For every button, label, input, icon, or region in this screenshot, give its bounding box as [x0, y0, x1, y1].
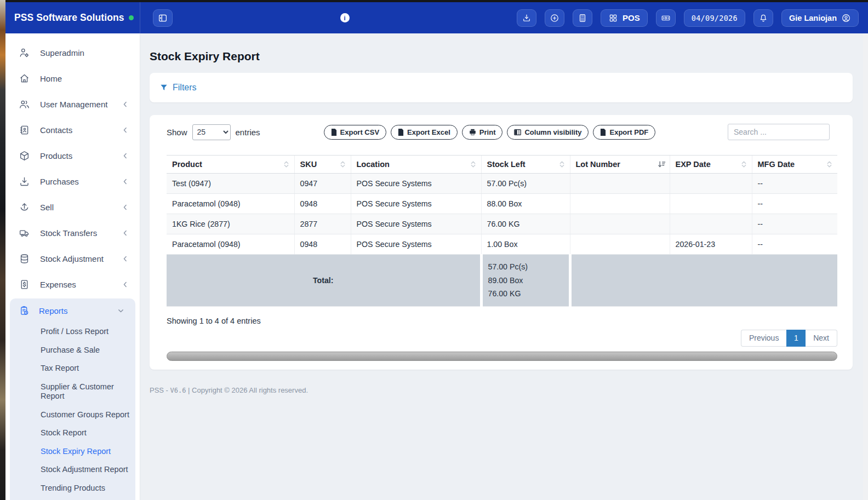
pos-label: POS [623, 13, 640, 22]
sidebar-subitem-trending-products[interactable]: Trending Products [10, 479, 135, 498]
sidebar-item-contacts[interactable]: Contacts [5, 117, 140, 143]
topbar-actions: POS 04/09/2026 Gie Laniojan [517, 9, 868, 27]
brand[interactable]: PSS Software Solutions [5, 2, 140, 33]
horizontal-scrollbar[interactable] [167, 352, 837, 361]
sidebar-item-purchases[interactable]: Purchases [5, 169, 140, 194]
browser-scrollbar[interactable] [863, 33, 868, 500]
sidebar-subitem-stock-adjustment-report[interactable]: Stock Adjustment Report [10, 461, 135, 479]
sidebar-item-home[interactable]: Home [5, 66, 140, 91]
cell-location: POS Secure Systems [351, 234, 481, 255]
table-header-row: ProductSKULocationStock LeftLot NumberEX… [167, 156, 837, 174]
sidebar-item-expenses[interactable]: Expenses [5, 272, 140, 297]
plus-circle-icon [550, 13, 559, 23]
stock-expiry-table: ProductSKULocationStock LeftLot NumberEX… [167, 155, 837, 307]
table-row[interactable]: Test (0947)0947POS Secure Systems57.00 P… [167, 174, 837, 194]
footer: PSS - V6.6 | Copyright © 2026 All rights… [150, 386, 853, 394]
current-page-button[interactable]: 1 [786, 330, 806, 347]
current-date: 04/09/2026 [692, 14, 738, 22]
export-pdf-button[interactable]: Export PDF [593, 125, 655, 140]
sidebar-item-stock-adjustment[interactable]: Stock Adjustment [5, 246, 140, 272]
table-row[interactable]: Paracetamol (0948)0948POS Secure Systems… [167, 194, 837, 214]
date-button[interactable]: 04/09/2026 [684, 9, 745, 27]
column-visibility-button[interactable]: Column visibility [507, 125, 589, 140]
print-button[interactable]: Print [462, 125, 503, 140]
sidebar-group-reports: Reports Profit / Loss ReportPurchase & S… [10, 298, 135, 500]
topbar-center: i [173, 13, 517, 22]
pos-button[interactable]: POS [601, 9, 648, 27]
filters-panel[interactable]: Filters [150, 73, 853, 102]
download-button[interactable] [517, 9, 536, 27]
cell-product: 1KG Rice (2877) [167, 214, 294, 234]
cell-stock-left: 76.00 KG [481, 214, 570, 234]
calculator-button[interactable] [573, 9, 592, 27]
chevron-left-icon [122, 101, 129, 108]
cell-sku: 0947 [294, 174, 351, 194]
sidebar-item-label: Products [40, 151, 72, 160]
user-circle-icon [841, 13, 851, 23]
total-label: Total: [167, 255, 481, 307]
chevron-left-icon [122, 281, 129, 288]
sidebar-subitem-tax-report[interactable]: Tax Report [10, 359, 135, 378]
next-page-button[interactable]: Next [806, 330, 837, 347]
sidebar-item-products[interactable]: Products [5, 143, 140, 169]
sidebar-subitem-supplier-customer-report[interactable]: Supplier & Customer Report [10, 378, 135, 406]
sidebar-item-user-management[interactable]: User Management [5, 91, 140, 117]
sort-icon [658, 160, 666, 169]
sidebar-item-label: Stock Adjustment [40, 254, 104, 263]
table-row[interactable]: Paracetamol (0948)0948POS Secure Systems… [167, 234, 837, 255]
add-button[interactable] [545, 9, 564, 27]
topbar: PSS Software Solutions i POS 04/09/2026 … [5, 2, 868, 33]
sidebar: SuperadminHomeUser ManagementContactsPro… [5, 33, 140, 500]
report-table-card: Show 25 entries Export CSVExport ExcelPr… [150, 115, 853, 370]
products-icon [19, 150, 30, 162]
column-header-mfg-date[interactable]: MFG Date [752, 156, 837, 174]
sidebar-item-label: Reports [39, 306, 68, 315]
sidebar-subitem-customer-groups-report[interactable]: Customer Groups Report [10, 406, 135, 424]
chevron-left-icon [122, 178, 129, 185]
footer-version: V6.6 [170, 387, 186, 394]
column-header-sku[interactable]: SKU [294, 156, 351, 174]
receipt-icon [19, 279, 30, 290]
table-row[interactable]: 1KG Rice (2877)2877POS Secure Systems76.… [167, 214, 837, 234]
user-menu-button[interactable]: Gie Laniojan [781, 9, 859, 27]
export-excel-button[interactable]: Export Excel [391, 125, 458, 140]
sidebar-item-reports[interactable]: Reports [10, 298, 135, 323]
cell-mfg-date: -- [752, 214, 837, 234]
sidebar-item-stock-transfers[interactable]: Stock Transfers [5, 220, 140, 246]
info-icon[interactable]: i [340, 13, 350, 22]
sidebar-item-superadmin[interactable]: Superadmin [5, 40, 140, 66]
contacts-icon [19, 124, 30, 136]
notifications-button[interactable] [753, 9, 773, 27]
cell-lot-number [570, 234, 670, 255]
search-input[interactable] [728, 124, 830, 140]
sidebar-subitem-stock-report[interactable]: Stock Report [10, 424, 135, 442]
sidebar-toggle-button[interactable] [153, 9, 173, 27]
user-name: Gie Laniojan [789, 14, 837, 22]
cell-sku: 0948 [294, 234, 351, 255]
chevron-left-icon [122, 127, 129, 134]
chevron-left-icon [122, 152, 129, 159]
cell-mfg-date: -- [752, 174, 837, 194]
sidebar-subitem-profit-loss-report[interactable]: Profit / Loss Report [10, 323, 135, 341]
sidebar-item-sell[interactable]: Sell [5, 194, 140, 220]
export-csv-button[interactable]: Export CSV [324, 125, 387, 140]
column-header-product[interactable]: Product [167, 156, 294, 174]
page-length-select[interactable]: 25 [192, 124, 231, 140]
sidebar-subitem-purchase-sale[interactable]: Purchase & Sale [10, 341, 135, 360]
table-footer-area: Showing 1 to 4 of 4 entries Previous 1 N… [167, 307, 837, 347]
previous-page-button[interactable]: Previous [741, 330, 786, 347]
column-header-stock-left[interactable]: Stock Left [481, 156, 570, 174]
cell-lot-number [570, 214, 670, 234]
sidebar-subitem-stock-expiry-report[interactable]: Stock Expiry Report [10, 442, 135, 461]
column-header-location[interactable]: Location [351, 156, 481, 174]
cell-stock-left: 57.00 Pc(s) [481, 174, 570, 194]
footer-copyright: | Copyright © 2026 All rights reserved. [188, 386, 308, 394]
cash-register-button[interactable] [656, 9, 676, 27]
database-icon [19, 253, 30, 265]
column-header-exp-date[interactable]: EXP Date [670, 156, 752, 174]
total-empty [570, 255, 837, 307]
sidebar-subitem-items-report[interactable]: Items Report [10, 497, 135, 500]
desktop-background-strip [0, 0, 5, 500]
column-header-lot-number[interactable]: Lot Number [570, 156, 670, 174]
button-label: Column visibility [524, 128, 581, 136]
